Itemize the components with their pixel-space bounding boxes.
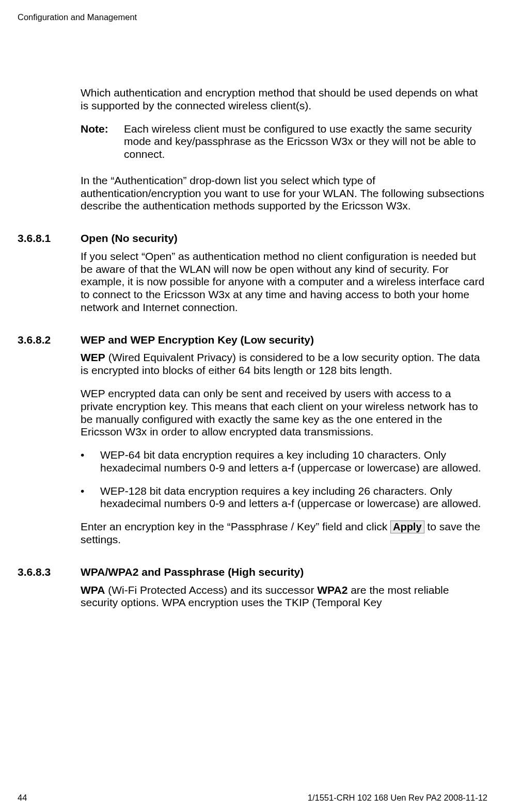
section-3682-heading: 3.6.8.2 WEP and WEP Encryption Key (Low … (81, 334, 485, 347)
doc-id: 1/1551-CRH 102 168 Uen Rev PA2 2008-11-1… (308, 793, 487, 803)
wpa-mid: (Wi-Fi Protected Access) and its success… (105, 584, 317, 596)
main-content: Which authentication and encryption meth… (81, 87, 485, 609)
section-3682-p2: WEP encrypted data can only be sent and … (81, 387, 485, 439)
list-item: WEP-128 bit data encryption requires a k… (81, 485, 485, 511)
section-3683-p1: WPA (Wi-Fi Protected Access) and its suc… (81, 584, 485, 610)
section-title: WPA/WPA2 and Passphrase (High security) (81, 566, 304, 579)
page-number: 44 (18, 793, 27, 803)
section-3681-heading: 3.6.8.1 Open (No security) (81, 232, 485, 245)
page-footer: 44 1/1551-CRH 102 168 Uen Rev PA2 2008-1… (18, 793, 487, 803)
page: Configuration and Management Which authe… (0, 0, 505, 812)
section-3682-p3: Enter an encryption key in the “Passphra… (81, 521, 485, 546)
wep-rest: (Wired Equivalent Privacy) is considered… (81, 351, 480, 376)
note-block: Note: Each wireless client must be confi… (81, 123, 485, 161)
wpa2-bold: WPA2 (317, 584, 348, 596)
intro-paragraph-1: Which authentication and encryption meth… (81, 87, 485, 112)
apply-button[interactable]: Apply (390, 521, 424, 533)
section-title: WEP and WEP Encryption Key (Low security… (81, 334, 314, 347)
p3-pre: Enter an encryption key in the “Passphra… (81, 521, 390, 532)
list-item: WEP-64 bit data encryption requires a ke… (81, 449, 485, 475)
section-3681-p1: If you select “Open” as authentication m… (81, 250, 485, 314)
intro-paragraph-2: In the “Authentication” drop-down list y… (81, 174, 485, 213)
bullet-text: WEP-128 bit data encryption requires a k… (100, 485, 481, 510)
note-body: Each wireless client must be configured … (124, 123, 485, 161)
running-header: Configuration and Management (18, 12, 137, 22)
note-label: Note: (81, 123, 124, 161)
wep-bullet-list: WEP-64 bit data encryption requires a ke… (81, 449, 485, 510)
wpa-bold: WPA (81, 584, 105, 596)
section-title: Open (No security) (81, 232, 178, 245)
bullet-text: WEP-64 bit data encryption requires a ke… (100, 449, 481, 474)
section-3683-heading: 3.6.8.3 WPA/WPA2 and Passphrase (High se… (81, 566, 485, 579)
wep-bold: WEP (81, 351, 105, 363)
section-3682-p1: WEP (Wired Equivalent Privacy) is consid… (81, 351, 485, 377)
